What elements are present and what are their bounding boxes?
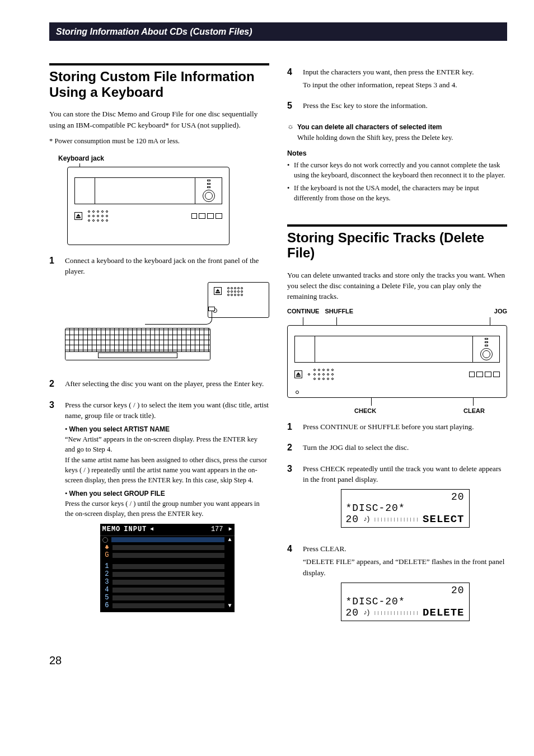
annot-jog: JOG (494, 307, 507, 316)
step-5-text: Press the Esc key to store the informati… (303, 100, 507, 111)
step-number: 3 (49, 400, 57, 612)
section-title-delete-file: Storing Specific Tracks (Delete File) (287, 230, 507, 261)
eject-icon (294, 370, 302, 378)
lcd-bottom-right: SELECT (423, 514, 464, 525)
note-item: If the cursor keys do not work correctly… (287, 160, 507, 180)
s2-step-2: Turn the JOG dial to select the disc. (303, 442, 507, 453)
step-number: 2 (287, 442, 295, 455)
device-front-illustration (67, 167, 269, 245)
intro-para: You can store the Disc Memo and Group Fi… (49, 109, 269, 130)
port-icon (296, 391, 299, 394)
left-column: Storing Custom File Information Using a … (49, 63, 269, 637)
track-icon: ♪) (363, 609, 369, 617)
section-rule (287, 224, 507, 227)
keyboard-jack-label: Keyboard jack (58, 154, 269, 163)
note-item: If the keyboard is not the USA model, th… (287, 183, 507, 203)
osd-number: 177 (211, 525, 223, 534)
group-icon: G (102, 551, 109, 560)
transport-buttons-icon (191, 213, 222, 219)
annot-lines (287, 317, 507, 325)
step-number: 5 (287, 100, 295, 113)
button-grid-icon (227, 287, 243, 296)
lcd-bottom-right: DELETE (423, 607, 464, 619)
notes-heading: Notes (287, 148, 507, 158)
section-rule (49, 63, 269, 65)
tip-body: While holding down the Shift key, press … (297, 134, 453, 142)
button-grid-icon (88, 210, 109, 222)
lcd-display: 20 *DISC-20* 20 ♪) |||||||||||||||||||||… (341, 489, 470, 528)
arrow-left-icon: ◄ (150, 525, 153, 534)
tip-title: You can delete all characters of selecte… (297, 123, 442, 131)
track-icon: ♪) (363, 516, 369, 523)
osd-input-label: INPUT (124, 525, 147, 534)
s2-step-1: Press CONTINUE or SHUFFLE before you sta… (303, 421, 507, 432)
ticks-icon: |||||||||||||||||||||| (374, 517, 419, 522)
transport-buttons-icon (469, 372, 500, 377)
arrow-right-icon: ► (228, 525, 232, 534)
step-number: 2 (49, 378, 57, 391)
section-title-keyboard: Storing Custom File Information Using a … (49, 69, 269, 100)
footnote: * Power consumption must be 120 mA or le… (49, 136, 269, 146)
cable-icon (145, 308, 212, 325)
annot-continue: CONTINUE (287, 307, 319, 316)
dot-icon (308, 373, 310, 375)
lcd-line-1: 20 (346, 492, 465, 503)
s2-step-3: Press CHECK repeatedly until the track y… (303, 463, 507, 485)
onscreen-display: MEMO INPUT ◄ 177 ► ▲ ♣ G 1 2 3 4 (100, 524, 235, 612)
eject-icon (74, 212, 82, 220)
sub-artist-body2: If the same artist name has been assigne… (65, 456, 267, 484)
osd-row-index: 6 (102, 601, 109, 611)
keyboard-icon (65, 328, 210, 360)
annot-clear: CLEAR (463, 407, 485, 416)
sub-artist-title: When you select ARTIST NAME (69, 425, 170, 433)
jog-dial-icon (203, 190, 215, 202)
disc-icon (102, 537, 108, 543)
osd-memo-label: MEMO (102, 525, 121, 534)
tip-icon: ☼ (287, 121, 294, 132)
lcd-line-2: *DISC-20* (346, 597, 405, 608)
right-column: 4 Input the characters you want, then pr… (287, 63, 507, 637)
step-number: 4 (287, 67, 295, 92)
s2-step-4b: “DELETE FILE” appears, and “DELETE” flas… (303, 556, 507, 577)
step-4b-text: To input the other information, repeat S… (303, 79, 507, 90)
lcd-display: 20 *DISC-20* 20 ♪) |||||||||||||||||||||… (341, 583, 470, 621)
step-4a-text: Input the characters you want, then pres… (303, 67, 507, 77)
sub-group-title: When you select GROUP FILE (69, 490, 165, 497)
lcd-bottom-left: 20 (346, 514, 359, 525)
sub-group-body: Press the cursor keys ( / ) until the gr… (65, 500, 260, 518)
eject-icon (214, 287, 222, 295)
step-number: 1 (49, 255, 57, 370)
device-front-illustration (287, 325, 507, 398)
jog-dial-icon (480, 348, 493, 360)
button-grid-icon (313, 369, 334, 381)
lcd-line-1: 20 (346, 585, 465, 597)
step-2-text: After selecting the disc you want on the… (65, 378, 269, 389)
step-1-text: Connect a keyboard to the keyboard jack … (65, 255, 269, 276)
section2-intro: You can delete unwanted tracks and store… (287, 270, 507, 302)
keyboard-connection-illustration (65, 282, 269, 360)
ticks-icon: |||||||||||||||||||||| (374, 611, 419, 616)
sub-artist-body1: “New Artist” appears in the on-screen di… (65, 435, 257, 453)
step-number: 3 (287, 463, 295, 536)
annot-shuffle: SHUFFLE (325, 307, 353, 316)
step-number: 4 (287, 543, 295, 629)
step-3-text: Press the cursor keys ( / ) to select th… (65, 400, 269, 421)
lcd-bottom-left: 20 (346, 608, 359, 619)
annot-lines (287, 398, 507, 406)
lcd-line-2: *DISC-20* (346, 503, 405, 514)
annot-check: CHECK (354, 407, 376, 416)
step-number: 1 (287, 421, 295, 434)
breadcrumb: Storing Information About CDs (Custom Fi… (49, 22, 507, 41)
page-number: 28 (49, 652, 507, 669)
s2-step-4a: Press CLEAR. (303, 543, 507, 554)
